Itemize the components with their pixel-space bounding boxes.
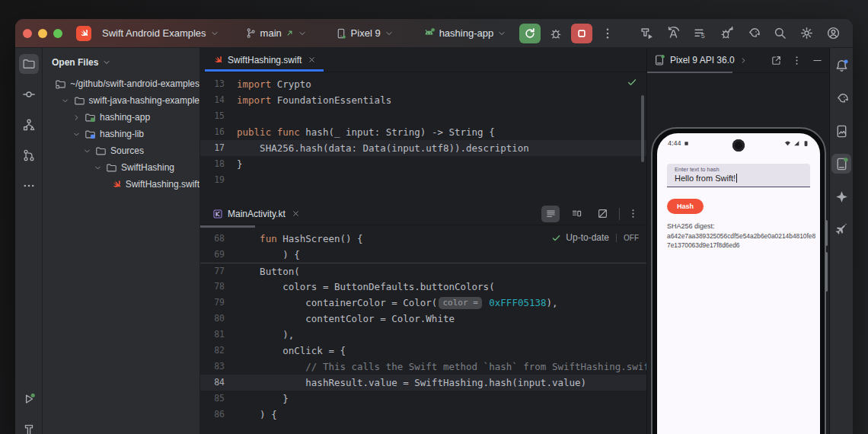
list-5-icon[interactable]: 5 — [693, 26, 707, 40]
battery-icon — [803, 140, 809, 147]
svg-text:5: 5 — [701, 32, 705, 40]
tree-item[interactable]: hashing-lib — [43, 126, 199, 142]
design-view-button[interactable] — [593, 206, 611, 222]
user-icon[interactable] — [826, 26, 841, 40]
tool-phone-image-button[interactable] — [831, 121, 851, 141]
editor-mainactivity[interactable]: Up-to-date OFF 68 fun HashScreen() {69 )… — [200, 225, 646, 434]
tool-run-play-button[interactable] — [19, 389, 39, 409]
arrow-up-right-icon — [286, 29, 294, 37]
run-config-selector[interactable]: hashing-app — [418, 24, 512, 42]
ellipsis-v-icon[interactable] — [627, 208, 639, 219]
stop-button[interactable] — [571, 24, 592, 43]
project-panel-header[interactable]: Open Files — [43, 53, 199, 75]
emulator-screen[interactable]: 4:44 Enter text to hash — [657, 133, 820, 434]
build-run-icon[interactable] — [640, 26, 654, 40]
ellipsis-v-icon[interactable] — [791, 55, 803, 66]
folder-icon — [106, 162, 117, 174]
ellipsis-v-button[interactable] — [597, 24, 618, 43]
tool-plane-button[interactable] — [831, 219, 851, 239]
running-devices-panel: Pixel 9 API 36.0 4:44 — [646, 48, 830, 434]
run-config-name: hashing-app — [439, 27, 494, 39]
editor-tabbar-bottom: MainActivity.kt — [200, 203, 646, 225]
camera-punch-hole — [732, 139, 745, 152]
code-line: 16public func hash(_ input: String) -> S… — [200, 124, 646, 140]
close-icon[interactable] — [292, 209, 300, 218]
code-line: 13import Crypto — [200, 76, 646, 92]
hash-input-field[interactable]: Enter text to hash Hello from Swift! — [667, 164, 810, 187]
tree-item[interactable]: SwiftHashing.swift — [43, 176, 199, 193]
gradle-icon — [834, 91, 849, 106]
gear-icon[interactable] — [799, 26, 814, 40]
folder-root-icon — [55, 78, 66, 90]
ai-actions-icon[interactable] — [666, 26, 681, 40]
code-view-icon — [545, 208, 557, 219]
branch-widget[interactable]: main — [241, 25, 311, 41]
hash-button[interactable]: Hash — [667, 199, 704, 214]
project-selector[interactable]: Swift Android Examples — [97, 25, 224, 41]
line-number: 85 — [200, 391, 237, 407]
tool-bell-button[interactable] — [831, 56, 851, 75]
tool-sparkle-button[interactable] — [831, 187, 851, 206]
rerun-button[interactable] — [519, 24, 541, 43]
android-icon — [423, 27, 436, 40]
folder-icon — [74, 95, 85, 107]
chevron-down-icon — [61, 97, 70, 105]
digest-output: SHA256 digest: a642e7aa389325056cdf5e54a… — [667, 222, 816, 250]
minimize-window-button[interactable] — [38, 29, 47, 38]
check-icon — [551, 233, 561, 243]
tab-label: MainActivity.kt — [228, 209, 286, 219]
zoom-window-button[interactable] — [53, 29, 62, 38]
close-icon[interactable] — [308, 56, 316, 64]
tool-gradle-button[interactable] — [831, 88, 851, 108]
tree-item-label: Sources — [110, 145, 144, 156]
tool-vcs-graph-button[interactable] — [19, 145, 39, 165]
phone-power-button — [825, 252, 828, 292]
tree-item[interactable]: ~/github/swift-android-examples — [43, 75, 199, 92]
main-area: Open Files ~/github/swift-android-exampl… — [15, 48, 853, 434]
split-view-button[interactable] — [567, 206, 586, 222]
code-line: 84 hashResult.value = SwiftHashing.hash(… — [200, 375, 646, 391]
tree-item[interactable]: SwiftHashing — [43, 159, 199, 176]
tool-phone-run-button[interactable] — [831, 154, 851, 174]
gradle-sync-icon[interactable] — [746, 26, 761, 40]
code-line: 15 — [200, 108, 646, 124]
open-new-icon[interactable] — [771, 55, 782, 66]
stop-icon — [575, 27, 589, 40]
tab-mainactivity[interactable]: MainActivity.kt — [205, 203, 308, 225]
editor-horizontal-scrollbar[interactable] — [200, 225, 255, 228]
tool-structure-button[interactable] — [19, 115, 39, 135]
tab-swifthashing[interactable]: SwiftHashing.swift — [205, 48, 324, 72]
bug-button[interactable] — [545, 24, 566, 43]
bug-restart-icon[interactable] — [720, 26, 734, 40]
close-window-button[interactable] — [23, 29, 32, 38]
tool-folder-button[interactable] — [19, 54, 39, 74]
tree-item[interactable]: swift-java-hashing-example — [43, 92, 199, 109]
device-selector[interactable]: Pixel 9 — [330, 25, 398, 42]
inspections-ok-icon[interactable] — [627, 77, 637, 88]
editor-area: SwiftHashing.swift 13import Crypto14impo… — [200, 48, 646, 434]
minus-icon[interactable] — [812, 55, 823, 66]
tree-item[interactable]: hashing-app — [43, 109, 199, 126]
right-tool-rail — [830, 48, 853, 434]
code-view-button[interactable] — [541, 206, 560, 222]
text-caret — [736, 174, 737, 183]
chevron-down-icon — [385, 29, 394, 38]
tool-hammer-button[interactable] — [19, 420, 39, 434]
code-line: 78 colors = ButtonDefaults.buttonColors( — [200, 279, 646, 295]
hot-reload-toggle[interactable]: OFF — [616, 234, 639, 242]
swift-icon — [110, 179, 122, 190]
ellipsis-v-icon — [601, 27, 614, 40]
tool-more-dots-button[interactable] — [19, 176, 39, 196]
device-panel-title[interactable]: Pixel 9 API 36.0 — [670, 55, 735, 65]
search-icon[interactable] — [773, 26, 787, 40]
status-time: 4:44 — [668, 139, 681, 147]
tool-commit-button[interactable] — [19, 85, 39, 104]
tree-item-label: hashing-app — [100, 112, 150, 123]
editor-swifthashing[interactable]: 13import Crypto14import FoundationEssent… — [200, 72, 646, 203]
folder-blue-icon — [85, 129, 96, 140]
editor-vertical-scrollbar[interactable] — [641, 95, 644, 162]
chevron-down-icon — [72, 130, 81, 139]
line-number: 14 — [200, 92, 237, 108]
tree-item[interactable]: Sources — [43, 142, 199, 159]
emulator-viewport: 4:44 Enter text to hash — [647, 73, 829, 434]
